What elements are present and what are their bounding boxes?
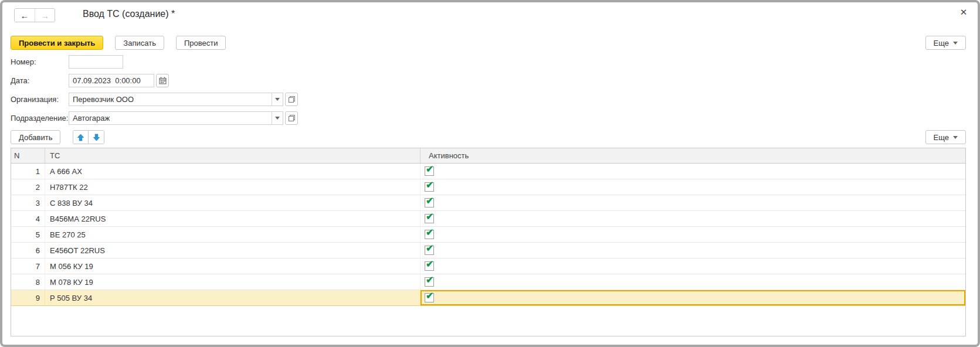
table-row[interactable]: 7 М 056 КУ 19 ✔ <box>11 258 965 274</box>
arrow-down-icon <box>93 134 100 141</box>
table-row[interactable]: 6 Е456ОТ 22RUS ✔ <box>11 243 965 258</box>
active-checkbox[interactable]: ✔ <box>425 230 434 239</box>
vehicle-cell[interactable]: Р 505 ВУ 34 <box>45 290 421 305</box>
command-bar: Провести и закрыть Записать Провести <box>11 36 226 50</box>
move-down-button[interactable] <box>89 130 104 144</box>
active-checkbox[interactable]: ✔ <box>425 246 434 255</box>
check-icon: ✔ <box>426 258 433 270</box>
vehicle-cell[interactable]: А 666 АХ <box>45 164 421 179</box>
column-header-n: N <box>11 148 45 163</box>
vehicle-cell[interactable]: Е456ОТ 22RUS <box>45 243 421 258</box>
table-row[interactable]: 5 ВЕ 270 25 ✔ <box>11 227 965 243</box>
department-open-button[interactable] <box>285 111 298 125</box>
forward-button[interactable]: → <box>35 9 55 22</box>
organization-input[interactable]: Перевозчик ООО <box>69 93 283 106</box>
row-number-cell[interactable]: 8 <box>11 274 45 290</box>
number-field-row: Номер: <box>11 55 123 69</box>
table-row[interactable]: 1 А 666 АХ ✔ <box>11 164 965 179</box>
write-button[interactable]: Записать <box>115 36 164 50</box>
vehicle-cell[interactable]: М 056 КУ 19 <box>45 258 421 274</box>
move-row-buttons <box>73 130 104 144</box>
date-field-row: Дата: 07.09.2023 0:00:00 <box>11 74 169 87</box>
table-row[interactable]: 9 Р 505 ВУ 34 ✔ <box>11 290 965 306</box>
date-label: Дата: <box>11 76 69 85</box>
chevron-down-icon <box>953 136 958 139</box>
activity-cell[interactable]: ✔ <box>421 290 965 305</box>
date-value: 07.09.2023 0:00:00 <box>69 74 144 87</box>
row-number-cell[interactable]: 1 <box>11 164 45 179</box>
calendar-button[interactable] <box>156 74 169 87</box>
column-header-activity: Активность <box>421 148 965 163</box>
row-number-cell[interactable]: 2 <box>11 179 45 195</box>
vehicle-cell[interactable]: ВЕ 270 25 <box>45 227 421 242</box>
active-checkbox[interactable]: ✔ <box>425 198 434 207</box>
page-title: Ввод ТС (создание) * <box>83 9 175 19</box>
post-button[interactable]: Провести <box>176 36 226 50</box>
row-number-cell[interactable]: 6 <box>11 243 45 258</box>
vehicle-cell[interactable]: Н787ТК 22 <box>45 179 421 195</box>
column-header-tc: ТС <box>45 148 421 163</box>
more-button-top[interactable]: Еще <box>925 36 966 50</box>
close-icon[interactable]: ✕ <box>958 6 969 18</box>
vehicle-cell[interactable]: М 078 КУ 19 <box>45 274 421 290</box>
post-and-close-button[interactable]: Провести и закрыть <box>11 36 103 50</box>
activity-cell[interactable]: ✔ <box>421 243 965 258</box>
check-icon: ✔ <box>426 195 433 206</box>
organization-dropdown-button[interactable] <box>272 93 283 106</box>
check-icon: ✔ <box>426 227 433 238</box>
activity-cell[interactable]: ✔ <box>421 211 965 226</box>
vehicles-table: N ТС Активность 1 А 666 АХ ✔ 2 Н787ТК 22… <box>11 148 966 336</box>
more-label: Еще <box>934 133 949 142</box>
department-dropdown-button[interactable] <box>272 112 283 124</box>
row-number-cell[interactable]: 5 <box>11 227 45 242</box>
activity-cell[interactable]: ✔ <box>421 164 965 179</box>
number-input[interactable] <box>69 55 123 69</box>
active-checkbox[interactable]: ✔ <box>425 261 434 271</box>
calendar-icon <box>159 77 167 84</box>
organization-open-button[interactable] <box>285 93 298 106</box>
organization-label: Организация: <box>11 95 69 104</box>
form-window: ← → Ввод ТС (создание) * ✕ Провести и за… <box>0 0 980 347</box>
table-row[interactable]: 8 М 078 КУ 19 ✔ <box>11 274 965 290</box>
table-row[interactable]: 4 В456МА 22RUS ✔ <box>11 211 965 227</box>
chevron-down-icon <box>275 117 280 120</box>
table-row[interactable]: 3 С 838 ВУ 34 ✔ <box>11 195 965 211</box>
more-button-table[interactable]: Еще <box>925 130 966 144</box>
active-checkbox[interactable]: ✔ <box>425 277 434 287</box>
date-input[interactable]: 07.09.2023 0:00:00 <box>69 74 154 87</box>
organization-field-row: Организация: Перевозчик ООО <box>11 93 298 106</box>
table-row[interactable]: 2 Н787ТК 22 ✔ <box>11 179 965 195</box>
forward-arrow-icon: → <box>40 11 49 21</box>
department-value: Автогараж <box>69 112 272 124</box>
add-row-button[interactable]: Добавить <box>11 130 60 144</box>
department-label: Подразделение: <box>11 114 69 123</box>
row-number-cell[interactable]: 9 <box>11 290 45 305</box>
number-value <box>69 56 76 68</box>
active-checkbox[interactable]: ✔ <box>425 182 434 192</box>
chevron-down-icon <box>275 98 280 101</box>
vehicle-cell[interactable]: В456МА 22RUS <box>45 211 421 226</box>
activity-cell[interactable]: ✔ <box>421 195 965 210</box>
table-body: 1 А 666 АХ ✔ 2 Н787ТК 22 ✔ 3 С 838 ВУ 34… <box>11 164 965 336</box>
vehicle-cell[interactable]: С 838 ВУ 34 <box>45 195 421 210</box>
back-arrow-icon: ← <box>21 11 29 21</box>
check-icon: ✔ <box>426 164 433 175</box>
activity-cell[interactable]: ✔ <box>421 227 965 242</box>
activity-cell[interactable]: ✔ <box>421 258 965 274</box>
department-field-row: Подразделение: Автогараж <box>11 111 298 125</box>
row-number-cell[interactable]: 3 <box>11 195 45 210</box>
activity-cell[interactable]: ✔ <box>421 179 965 195</box>
move-up-button[interactable] <box>73 130 89 144</box>
active-checkbox[interactable]: ✔ <box>425 214 434 223</box>
table-toolbar: Добавить <box>11 130 104 144</box>
check-icon: ✔ <box>426 211 433 222</box>
table-header: N ТС Активность <box>11 148 965 164</box>
check-icon: ✔ <box>426 179 433 190</box>
row-number-cell[interactable]: 7 <box>11 258 45 274</box>
active-checkbox[interactable]: ✔ <box>425 166 434 176</box>
department-input[interactable]: Автогараж <box>69 111 283 125</box>
row-number-cell[interactable]: 4 <box>11 211 45 226</box>
activity-cell[interactable]: ✔ <box>421 274 965 290</box>
active-checkbox[interactable]: ✔ <box>425 293 434 302</box>
back-button[interactable]: ← <box>15 9 35 22</box>
